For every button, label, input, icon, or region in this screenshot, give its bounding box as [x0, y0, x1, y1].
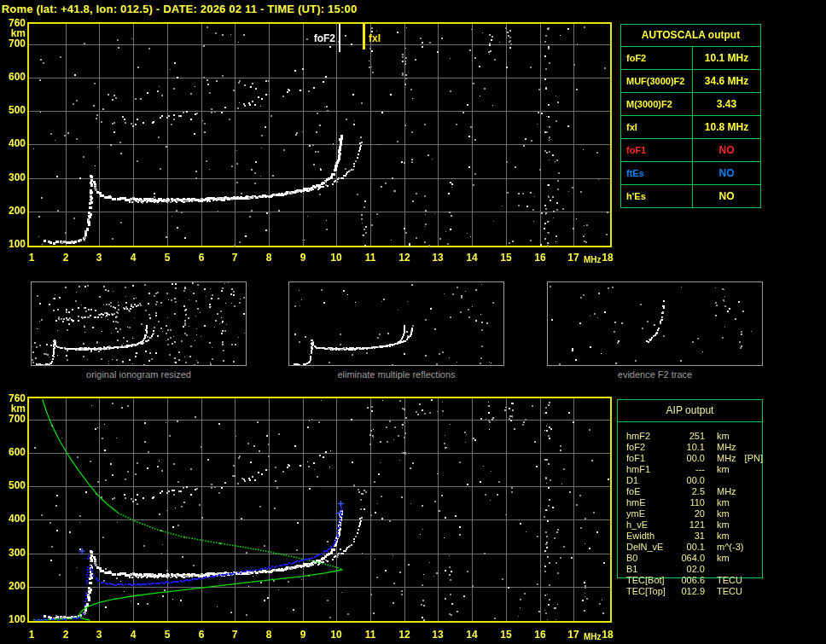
autoscala-value: 34.6 MHz — [693, 70, 760, 92]
autoscala-value: 10.8 MHz — [693, 116, 760, 138]
autoscala-value: 10.1 MHz — [693, 47, 760, 69]
autoscala-output-table: AUTOSCALA outputfoF210.1 MHzMUF(3000)F23… — [620, 24, 761, 208]
autoscala-label: fxI — [621, 116, 693, 138]
autoscala-label: MUF(3000)F2 — [621, 70, 693, 92]
aip-rows: hmF2251kmfoF210.1MHzfoF100.0MHz[PN]hmF1-… — [626, 431, 762, 597]
autoscala-row-foF2: foF210.1 MHz — [621, 47, 760, 70]
aip-table-header: AIP output — [618, 400, 762, 422]
aip-row-h_vE: h_vE121km — [626, 519, 762, 531]
autoscala-value: 3.43 — [693, 93, 760, 115]
aip-row-B0: B0064.0km — [626, 553, 762, 564]
autoscala-table-header: AUTOSCALA output — [621, 25, 760, 47]
aip-row-hmF1: hmF1---km — [626, 464, 762, 475]
thumbnail-caption-reflections: eliminate multiple reflections — [288, 369, 504, 380]
thumbnail-caption-f2trace: evidence F2 trace — [547, 369, 763, 380]
thumbnail-caption-original: original ionogram resized — [31, 369, 247, 380]
aip-row-ymE: ymE20km — [626, 508, 762, 519]
autoscala-row-h'Es: h'EsNO — [621, 185, 760, 207]
thumbnail-multiple-reflections-removed — [288, 281, 504, 366]
autoscala-label: foF2 — [621, 47, 693, 69]
bottom-ionogram-profile-plot — [0, 388, 631, 644]
aip-row-TEC[Bot]: TEC[Bot]006.6TECU — [626, 575, 762, 586]
aip-row-foE: foE2.5MHz — [626, 486, 762, 497]
autoscala-label: ftEs — [621, 162, 693, 184]
aip-row-hmE: hmE110km — [626, 497, 762, 508]
autoscala-window: Rome (lat: +41.8, lon: 012.5) - DATE: 20… — [0, 0, 826, 644]
autoscala-row-M(3000)F2: M(3000)F23.43 — [621, 93, 760, 116]
thumbnail-original-ionogram — [31, 281, 247, 366]
autoscala-row-MUF(3000)F2: MUF(3000)F234.6 MHz — [621, 70, 760, 93]
aip-row-hmF2: hmF2251km — [626, 431, 762, 442]
autoscala-row-fxI: fxI10.8 MHz — [621, 116, 760, 139]
autoscala-row-foF1: foF1NO — [621, 139, 760, 162]
autoscala-value: NO — [693, 185, 760, 207]
aip-row-B1: B102.0 — [626, 564, 762, 575]
page-title: Rome (lat: +41.8, lon: 012.5) - DATE: 20… — [0, 3, 358, 15]
aip-row-TEC[Top]: TEC[Top]012.9TECU — [626, 586, 762, 597]
autoscala-label: h'Es — [621, 185, 693, 207]
top-ionogram-plot — [0, 15, 631, 273]
aip-row-foF1: foF100.0MHz[PN] — [626, 453, 762, 464]
autoscala-row-ftEs: ftEsNO — [621, 162, 760, 185]
aip-row-foF2: foF210.1MHz — [626, 442, 762, 453]
autoscala-label: M(3000)F2 — [621, 93, 693, 115]
aip-row-D1: D100.0 — [626, 475, 762, 486]
autoscala-label: foF1 — [621, 139, 693, 161]
aip-row-Ewidth: Ewidth31km — [626, 531, 762, 542]
autoscala-value: NO — [693, 139, 760, 161]
aip-output-table: AIP outputhmF2251kmfoF210.1MHzfoF100.0MH… — [617, 399, 763, 578]
thumbnail-f2-trace-evidence — [547, 281, 763, 366]
aip-row-DelN_vE: DelN_vE00.1m^(-3) — [626, 542, 762, 553]
autoscala-value: NO — [693, 162, 760, 184]
